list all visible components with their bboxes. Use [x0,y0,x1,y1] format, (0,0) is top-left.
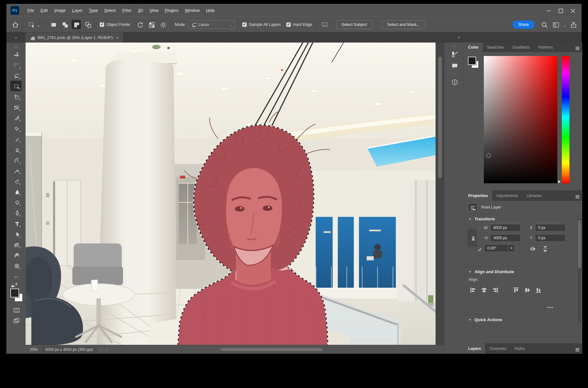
color-panel-tab[interactable]: Swatches [483,43,508,52]
align-right-button[interactable] [491,286,498,293]
quick-mask-button[interactable] [10,305,22,315]
dock-collapse[interactable]: « [458,35,460,40]
hard-edge-checkbox[interactable]: ✓ Hard Edge [286,22,312,27]
layers-panel-tab[interactable]: Channels [485,343,510,354]
menu-item[interactable]: Select [101,7,119,14]
status-next-icon[interactable]: › [101,347,102,352]
align-more-button[interactable]: ••• [547,305,553,310]
eraser-tool[interactable] [10,165,22,176]
align-horizontal-center-button[interactable] [480,286,487,293]
blur-tool[interactable] [10,186,22,197]
foreground-color-swatch[interactable] [10,289,19,297]
align-bottom-button[interactable] [535,286,541,293]
menu-item[interactable]: Layer [69,7,86,14]
paint-bucket-tool[interactable] [10,176,22,186]
swap-colors-icon[interactable] [11,282,21,287]
rotation-field[interactable]: 0.00° [484,245,508,252]
tab-close-icon[interactable]: × [115,35,119,40]
home-button[interactable] [10,20,19,29]
workspace-switcher-icon[interactable] [551,20,560,29]
align-vertical-center-button[interactable] [523,286,530,293]
saturation-brightness-field[interactable] [484,56,557,183]
select-subject-button[interactable]: Select Subject [336,20,373,29]
menu-item[interactable]: 3D [135,7,146,14]
clone-stamp-tool[interactable] [10,144,22,154]
minimize-button[interactable] [543,6,553,14]
hand-tool[interactable] [10,249,22,260]
export-as-icon[interactable] [448,48,460,59]
menu-item[interactable]: Filter [119,7,135,14]
path-selection-tool[interactable] [10,228,22,239]
menu-item[interactable]: Image [51,7,69,14]
select-and-mask-button[interactable]: Select and Mask... [382,20,426,29]
eyedropper-tool[interactable] [10,112,22,123]
subtract-from-selection-button[interactable] [72,20,81,29]
foreground-color-swatch[interactable] [468,57,476,65]
hue-slider-handle[interactable] [558,180,561,183]
mode-dropdown[interactable]: Lasso [188,20,235,29]
intersect-selection-button[interactable] [83,20,92,29]
refresh-object-finder-button[interactable] [135,20,144,29]
comment-icon[interactable] [448,60,460,71]
sample-all-layers-checkbox[interactable]: ✓ Sample All Layers [242,22,281,27]
color-picker-handle[interactable] [486,153,491,158]
properties-panel-tab[interactable]: Adjustments [492,190,522,201]
toolbar-grip[interactable] [12,44,20,48]
document-tab[interactable]: IMG_2761.psdc @ 25% (Layer 1, RGB/8*) × [26,32,123,43]
scroll-down-icon[interactable]: ▼ [578,324,581,326]
menu-item[interactable]: Plugins [162,7,182,14]
menu-item[interactable]: Help [203,7,218,14]
export-icon[interactable] [569,20,578,29]
layers-panel-tab[interactable]: Paths [510,343,529,354]
screen-mode-button[interactable] [10,315,22,326]
zoom-tool[interactable] [10,260,22,271]
canvas[interactable] [26,43,444,345]
close-button[interactable] [567,6,578,14]
maximize-button[interactable] [555,6,566,14]
add-to-selection-button[interactable] [60,20,69,29]
spot-healing-brush-tool[interactable] [10,123,22,133]
panel-menu-icon[interactable] [574,193,579,198]
dodge-tool[interactable] [10,197,22,207]
panel-menu-icon[interactable] [574,346,579,351]
menu-item[interactable]: Window [182,7,203,14]
move-tool[interactable] [10,49,22,59]
crop-tool[interactable] [10,91,22,102]
frame-tool[interactable] [10,102,22,112]
scroll-up-icon[interactable]: ▲ [578,216,581,218]
zoom-level[interactable]: 25% [30,347,38,352]
rectangular-marquee-tool[interactable] [10,59,22,70]
sampling-options-button[interactable] [320,20,329,29]
align-header[interactable]: ▼ Align and Distribute [468,269,578,274]
dock-grip[interactable] [450,43,458,47]
lasso-tool[interactable] [10,70,22,81]
layers-panel-tab[interactable]: Layers [464,343,485,354]
color-panel-tab[interactable]: Gradients [508,43,534,52]
document-info[interactable]: 6000 px x 4000 px (300 ppi) [42,346,97,353]
edit-toolbar-button[interactable] [10,271,22,281]
share-button[interactable]: Share [513,20,535,29]
align-top-button[interactable] [512,286,519,293]
menu-item[interactable]: View [146,7,162,14]
height-field[interactable]: 4000 px [490,234,521,242]
history-brush-tool[interactable] [10,154,22,165]
menu-item[interactable]: Edit [37,7,51,14]
tool-preset-button[interactable] [27,20,41,29]
object-finder-checkbox[interactable]: ✓ Object Finder [100,22,130,27]
brush-tool[interactable] [10,133,22,144]
quick-actions-header[interactable]: ▼ Quick Actions [468,317,578,322]
y-field[interactable]: 0 px [535,234,566,242]
color-panel-tab[interactable]: Color [464,43,483,52]
menu-item[interactable]: File [24,7,37,14]
properties-scrollbar[interactable]: ▲ ▼ [578,215,581,327]
show-all-objects-button[interactable] [147,20,156,29]
properties-panel-tab[interactable]: Properties [464,190,492,201]
menu-item[interactable]: Type [86,7,101,14]
align-left-button[interactable] [469,286,476,293]
ellipse-shape-tool[interactable] [10,239,22,249]
status-prev-icon[interactable]: ‹ [106,347,107,352]
color-panel-tab[interactable]: Patterns [534,43,557,52]
chevron-down-icon[interactable] [562,23,566,27]
object-selection-tool[interactable] [10,81,22,91]
flip-horizontal-button[interactable] [529,245,536,252]
